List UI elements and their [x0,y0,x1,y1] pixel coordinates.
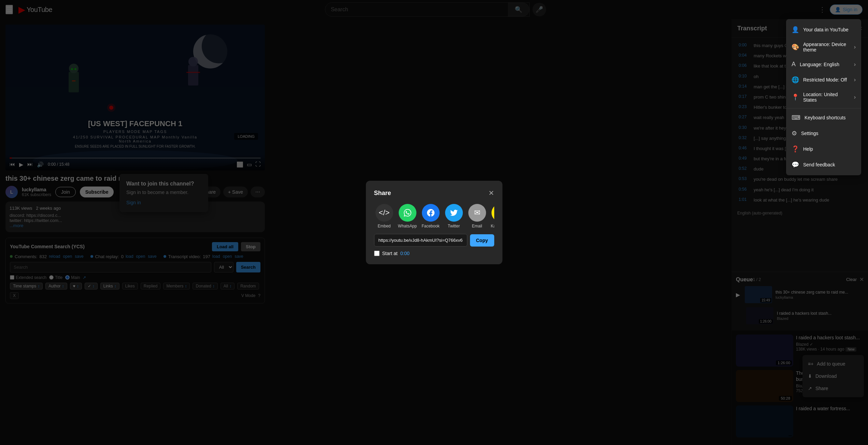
dropdown-icon-8: 💬 [792,161,799,168]
dropdown-label-6: Settings [801,131,856,136]
share-icons-row: </> Embed WhatsApp Facebook Twitter [374,204,494,228]
dropdown-label-2: Language: English [800,62,850,67]
start-time[interactable]: 0:00 [400,251,410,256]
embed-share-item[interactable]: </> Embed [374,204,395,228]
facebook-share-item[interactable]: Facebook [421,204,441,228]
dropdown-icon-0: 👤 [792,26,799,33]
dropdown-item-0[interactable]: 👤 Your data in YouTube [786,22,861,38]
dropdown-arrow-3: › [854,77,856,83]
dropdown-item-7[interactable]: ❓ Help [786,141,861,157]
start-at-label: Start at [382,251,398,256]
share-modal-overlay[interactable]: Share ✕ </> Embed WhatsApp Facebook [0,0,868,445]
whatsapp-icon [399,204,416,222]
dropdown-item-4[interactable]: 📍 Location: United States › [786,88,861,107]
dropdown-arrow-2: › [854,61,856,68]
email-label: Email [472,224,482,228]
dropdown-label-7: Help [803,146,856,152]
dropdown-label-3: Restricted Mode: Off [803,77,850,83]
copy-button[interactable]: Copy [470,234,494,247]
dropdown-label-1: Appearance: Device theme [803,42,850,53]
kakao-share-item[interactable]: Talk KakaoTalk [490,204,494,228]
share-start-row: Start at 0:00 [374,251,494,256]
share-close-button[interactable]: ✕ [488,189,494,197]
dropdown-icon-4: 📍 [792,93,799,101]
dropdown-item-1[interactable]: 🎨 Appearance: Device theme › [786,38,861,57]
share-modal: Share ✕ </> Embed WhatsApp Facebook [366,181,502,264]
share-link-input[interactable] [374,234,467,247]
dropdown-label-8: Send feedback [803,162,856,167]
whatsapp-share-item[interactable]: WhatsApp [397,204,418,228]
dropdown-item-5[interactable]: ⌨ Keyboard shortcuts [786,110,861,125]
dropdown-item-2[interactable]: A Language: English › [786,57,861,72]
twitter-label: Twitter [448,224,460,228]
dropdown-icon-1: 🎨 [792,43,799,51]
kakao-label: KakaoTalk [491,224,494,228]
dropdown-item-8[interactable]: 💬 Send feedback [786,157,861,173]
dropdown-label-5: Keyboard shortcuts [805,115,856,120]
twitter-icon [445,204,463,222]
facebook-icon [422,204,440,222]
dropdown-arrow-1: › [854,44,856,50]
dropdown-icon-6: ⚙ [792,130,797,137]
dropdown-arrow-4: › [854,94,856,100]
twitter-share-item[interactable]: Twitter [444,204,464,228]
kakao-icon: Talk [492,204,494,222]
embed-label: Embed [378,224,390,228]
dropdown-label-0: Your data in YouTube [803,27,856,32]
dropdown-icon-3: 🌐 [792,76,799,84]
dropdown-item-3[interactable]: 🌐 Restricted Mode: Off › [786,72,861,88]
dropdown-icon-2: A [792,61,796,68]
dropdown-label-4: Location: United States [803,92,850,103]
facebook-label: Facebook [422,224,440,228]
dropdown-divider [786,108,861,108]
share-link-row: Copy [374,234,494,247]
share-modal-title: Share [374,190,391,197]
whatsapp-label: WhatsApp [398,224,417,228]
email-share-item[interactable]: ✉ Email [467,204,487,228]
embed-icon: </> [375,204,393,222]
dropdown-menu: 👤 Your data in YouTube 🎨 Appearance: Dev… [786,19,861,175]
dropdown-icon-7: ❓ [792,145,799,153]
email-icon: ✉ [468,204,486,222]
dropdown-icon-5: ⌨ [792,114,800,121]
dropdown-item-6[interactable]: ⚙ Settings [786,125,861,141]
start-at-checkbox[interactable] [374,251,380,256]
share-modal-header: Share ✕ [374,189,494,197]
